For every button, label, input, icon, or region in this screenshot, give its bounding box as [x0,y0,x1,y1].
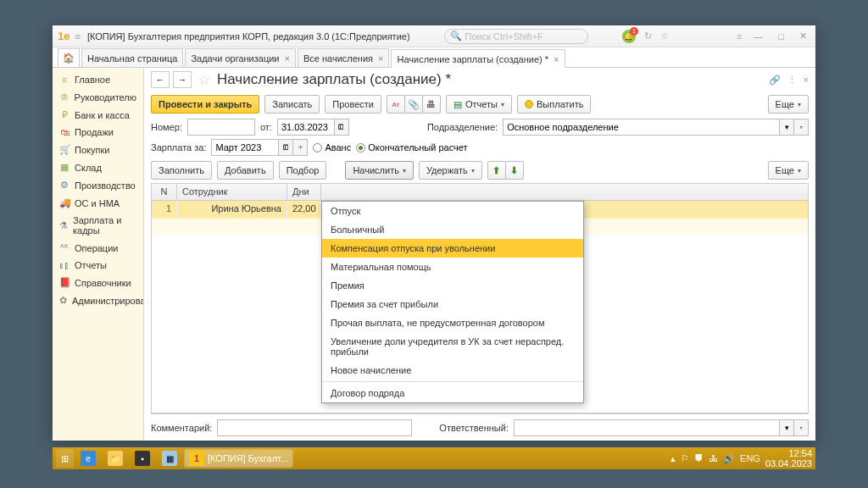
taskbar-label: [КОПИЯ] Бухгалт... [208,453,288,463]
sidebar-item[interactable]: ⚗Зарплата и кадры [53,212,143,239]
dept-input[interactable] [503,119,780,136]
move-down-button[interactable]: ⬇ [505,161,524,180]
dropdown-item[interactable]: Материальная помощь [322,258,583,276]
close-icon[interactable]: × [378,53,383,64]
th-days[interactable]: Дни [287,184,321,200]
star-icon[interactable]: ☆ [660,30,669,42]
dropdown-item[interactable]: Прочая выплата, не предусмотренная догов… [322,313,583,332]
taskbar-app1[interactable]: ▪ [130,449,155,468]
sidebar-item[interactable]: ≡Главное [53,71,143,88]
tab-accruals[interactable]: Все начисления× [298,48,390,67]
sidebar-item[interactable]: 🚚ОС и НМА [53,194,143,212]
responsible-dropdown-button[interactable]: ▾ [779,419,794,436]
dropdown-item[interactable]: Премия за счет прибыли [322,295,583,313]
sidebar-item[interactable]: ₽Банк и касса [53,106,143,124]
date-input[interactable] [277,119,335,136]
flag-icon[interactable]: ⚐ [681,453,689,464]
accrue-button[interactable]: Начислить▾ [345,161,414,180]
radio-advance[interactable]: Аванс [313,142,351,152]
sidebar-item[interactable]: ✿Администрирование [53,291,143,309]
dtct-icon[interactable]: Ат [387,95,405,114]
pay-button[interactable]: Выплатить [517,95,591,114]
dropdown-item[interactable]: Отпуск [322,202,583,220]
search-input[interactable]: 🔍 Поиск Ctrl+Shift+F [444,29,588,44]
tab-start[interactable]: Начальная страница [81,48,183,67]
minimize-button[interactable]: — [750,31,766,42]
post-button[interactable]: Провести [325,95,381,114]
more-button-2[interactable]: Еще▾ [768,161,809,180]
taskbar-app2[interactable]: ▦ [157,449,182,468]
sidebar-item[interactable]: 📕Справочники [53,274,143,291]
responsible-open-button[interactable]: ▫ [793,419,809,436]
pick-button[interactable]: Подбор [279,161,327,180]
sidebar-item[interactable]: 🛍Продажи [53,124,143,141]
tray-up-icon[interactable]: ▴ [670,453,676,464]
radio-final[interactable]: Окончательный расчет [356,142,467,152]
close-page-icon[interactable]: × [804,75,809,86]
reports-button[interactable]: ▤Отчеты▾ [446,95,512,114]
dropdown-item[interactable]: Договор подряда [322,384,583,402]
home-tab[interactable]: 🏠 [58,48,80,67]
sidebar-item[interactable]: ♔Руководителю [53,88,143,106]
accrue-dropdown: ОтпускБольничныйКомпенсация отпуска при … [321,201,584,403]
link-icon[interactable]: 🔗 [769,75,781,86]
nav-label: Справочники [75,278,131,288]
close-icon[interactable]: × [285,53,290,64]
dropdown-item[interactable]: Премия [322,276,583,295]
close-icon[interactable]: × [554,54,559,64]
print-icon[interactable]: 🖶 [422,95,441,114]
hamburger-icon[interactable]: ≡ [75,31,80,42]
write-button[interactable]: Записать [264,95,320,114]
network-icon[interactable]: 🖧 [709,453,718,463]
favorite-icon[interactable]: ☆ [198,72,210,88]
responsible-input[interactable] [514,419,780,436]
sidebar-item[interactable]: ⚙Производство [53,176,143,194]
add-button[interactable]: Добавить [217,161,274,180]
bell-icon[interactable]: 🔔 1 [622,30,636,43]
sidebar-item[interactable]: ▦Склад [53,158,143,176]
sidebar-item[interactable]: 🛒Покупки [53,141,143,158]
attach-icon[interactable]: 📎 [404,95,423,114]
ie-icon: e [81,451,96,466]
dropdown-item[interactable]: Новое начисление [322,361,583,380]
deduct-button[interactable]: Удержать▾ [419,161,482,180]
number-input[interactable] [187,119,255,136]
move-up-button[interactable]: ⬆ [487,161,506,180]
sidebar-item[interactable]: ⫾⫿Отчеты [53,257,143,274]
calendar-icon[interactable]: 🗓 [278,139,293,156]
toolbar-table: Заполнить Добавить Подбор Начислить▾ Уде… [144,158,815,183]
clock[interactable]: 12:54 03.04.2023 [765,448,812,469]
menu-icon[interactable]: ≡ [737,31,742,42]
period-input[interactable] [211,139,279,156]
shield-icon[interactable]: ⛊ [694,453,704,463]
tab-tasks[interactable]: Задачи организации× [185,48,296,67]
back-button[interactable]: ← [151,71,170,88]
taskbar-1c[interactable]: 1 [КОПИЯ] Бухгалт... [184,449,293,468]
history-icon[interactable]: ↻ [644,30,652,42]
taskbar-ie[interactable]: e [75,449,101,468]
comment-input[interactable] [217,419,412,436]
start-button[interactable]: ⊞ [56,449,74,468]
dropdown-item[interactable]: Компенсация отпуска при увольнении [322,239,583,258]
dropdown-item[interactable]: Увеличение доли учредителя в УК за счет … [322,332,583,361]
fill-button[interactable]: Заполнить [151,161,212,180]
forward-button[interactable]: → [173,71,192,88]
post-and-close-button[interactable]: Провести и закрыть [151,95,259,114]
bell-badge: 1 [630,27,638,36]
more-icon[interactable]: ⋮ [787,75,797,86]
close-button[interactable]: ✕ [796,30,810,42]
maximize-button[interactable]: □ [775,31,787,42]
th-employee[interactable]: Сотрудник [177,184,287,200]
lang-indicator[interactable]: ENG [740,453,760,463]
more-button[interactable]: Еще▾ [768,95,809,114]
dept-open-button[interactable]: ▫ [793,119,809,136]
dept-dropdown-button[interactable]: ▾ [779,119,794,136]
sidebar-item[interactable]: ᴬᴷОперации [53,239,143,257]
tab-salary-create[interactable]: Начисление зарплаты (создание) *× [391,49,565,68]
th-n[interactable]: N [152,184,177,200]
sound-icon[interactable]: 🔊 [723,453,735,464]
taskbar-folder[interactable]: 📁 [103,449,128,468]
dropdown-item[interactable]: Больничный [322,220,583,239]
calendar-icon[interactable]: 🗓 [334,119,349,136]
period-stepper[interactable]: ÷ [292,139,308,156]
